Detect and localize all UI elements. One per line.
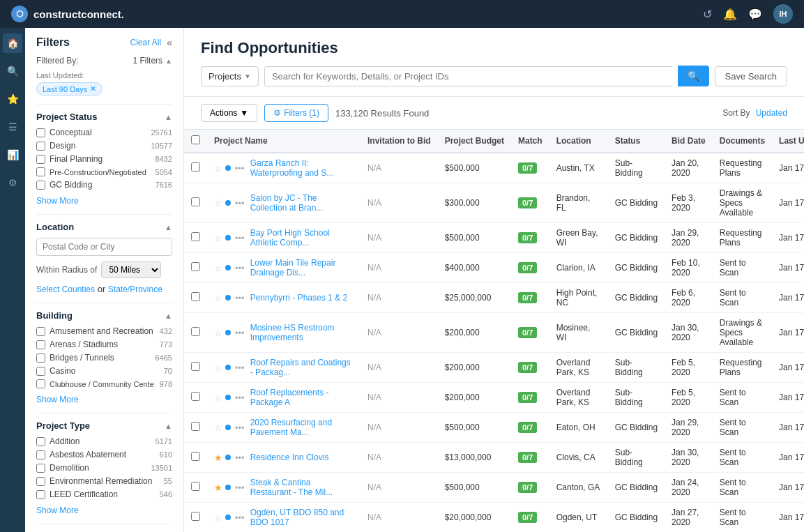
- avatar[interactable]: IH: [773, 4, 793, 24]
- more-icon[interactable]: •••: [235, 423, 245, 433]
- checkbox-design[interactable]: [36, 142, 45, 151]
- project-name-link[interactable]: Bay Port High School Athletic Comp...: [250, 228, 354, 248]
- star-icon[interactable]: ☆: [214, 512, 222, 523]
- checkbox-arenas[interactable]: [36, 340, 45, 349]
- checkbox-clubhouse[interactable]: [36, 379, 45, 388]
- star-icon[interactable]: ☆: [214, 263, 222, 273]
- remove-last-updated-filter[interactable]: ✕: [90, 84, 96, 93]
- more-icon[interactable]: •••: [235, 293, 245, 303]
- filters-button[interactable]: ⚙ Filters (1): [264, 104, 328, 122]
- row-checkbox[interactable]: [191, 197, 200, 206]
- nav-icon-list[interactable]: ☰: [3, 117, 22, 137]
- checkbox-gc-bidding[interactable]: [36, 181, 45, 190]
- more-icon[interactable]: •••: [235, 163, 245, 174]
- row-checkbox[interactable]: [191, 482, 200, 491]
- project-name-link[interactable]: Salon by JC - The Collection at Bran...: [250, 193, 354, 213]
- project-name-link[interactable]: Residence Inn Clovis: [250, 453, 329, 462]
- project-name-link[interactable]: Roof Repairs and Coatings - Packag...: [250, 358, 354, 377]
- row-checkbox[interactable]: [191, 327, 200, 336]
- project-name-link[interactable]: Ogden, UT BDO 850 and BDO 1017: [250, 508, 354, 527]
- notifications-icon[interactable]: 🔔: [723, 8, 737, 21]
- location-header[interactable]: Location ▲: [36, 222, 172, 232]
- th-biddate[interactable]: Bid Date: [665, 130, 713, 153]
- star-icon[interactable]: ☆: [214, 198, 222, 208]
- project-type-header[interactable]: Project Type ▲: [36, 420, 172, 431]
- row-checkbox[interactable]: [191, 512, 200, 521]
- row-checkbox[interactable]: [191, 162, 200, 172]
- state-province-link[interactable]: State/Province: [108, 284, 162, 294]
- actions-button[interactable]: Actions ▼: [201, 104, 257, 122]
- collapse-icon[interactable]: «: [167, 37, 172, 48]
- star-icon[interactable]: ☆: [214, 393, 222, 403]
- row-checkbox[interactable]: [191, 392, 200, 401]
- project-name-link[interactable]: Pennybyrn - Phases 1 & 2: [250, 293, 347, 303]
- checkbox-demolition[interactable]: [36, 464, 45, 473]
- checkbox-environmental[interactable]: [36, 477, 45, 486]
- star-icon[interactable]: ☆: [214, 328, 222, 338]
- project-name-link[interactable]: 2020 Resurfacing and Pavement Ma...: [250, 418, 354, 437]
- nav-icon-home[interactable]: 🏠: [3, 33, 22, 53]
- search-input[interactable]: [272, 71, 665, 82]
- more-icon[interactable]: •••: [235, 233, 245, 243]
- th-budget[interactable]: Project Budget: [438, 130, 511, 153]
- checkbox-addition[interactable]: [36, 437, 45, 446]
- row-checkbox[interactable]: [191, 292, 200, 301]
- search-button[interactable]: 🔍: [678, 66, 709, 86]
- th-documents[interactable]: Documents: [713, 130, 772, 153]
- row-checkbox[interactable]: [191, 422, 200, 431]
- more-icon[interactable]: •••: [235, 453, 245, 463]
- nav-icon-star[interactable]: ⭐: [3, 89, 22, 109]
- nav-icon-chart[interactable]: 📊: [3, 145, 22, 165]
- star-icon[interactable]: ★: [214, 453, 222, 463]
- project-name-link[interactable]: Mosinee HS Restroom Improvements: [250, 323, 354, 342]
- checkbox-conceptual[interactable]: [36, 128, 45, 137]
- nav-icon-search[interactable]: 🔍: [3, 61, 22, 81]
- row-checkbox[interactable]: [191, 452, 200, 461]
- building-use-show-more[interactable]: Show More: [36, 395, 79, 404]
- checkbox-asbestos[interactable]: [36, 450, 45, 459]
- clear-all-button[interactable]: Clear All: [130, 38, 162, 47]
- checkbox-leed[interactable]: [36, 490, 45, 499]
- row-checkbox[interactable]: [191, 232, 200, 241]
- more-icon[interactable]: •••: [235, 363, 245, 373]
- project-status-header[interactable]: Project Status ▲: [36, 112, 172, 122]
- th-updated[interactable]: Last Updated ↓: [772, 130, 804, 153]
- th-status[interactable]: Status: [608, 130, 665, 153]
- th-itb[interactable]: Invitation to Bid: [361, 130, 438, 153]
- th-location[interactable]: Location: [549, 130, 608, 153]
- checkbox-amusement[interactable]: [36, 327, 45, 336]
- checkbox-bridges[interactable]: [36, 354, 45, 363]
- star-icon[interactable]: ★: [214, 482, 222, 493]
- history-icon[interactable]: ↺: [703, 8, 712, 21]
- nav-icon-settings[interactable]: ⚙: [3, 173, 22, 192]
- more-icon[interactable]: •••: [235, 393, 245, 403]
- row-checkbox[interactable]: [191, 362, 200, 371]
- messages-icon[interactable]: 💬: [748, 8, 762, 21]
- th-match[interactable]: Match: [511, 130, 549, 153]
- select-all-checkbox[interactable]: [191, 135, 200, 144]
- star-icon[interactable]: ☆: [214, 163, 222, 174]
- building-use-header[interactable]: Building ▲: [36, 310, 172, 321]
- save-search-button[interactable]: Save Search: [715, 66, 787, 86]
- checkbox-casino[interactable]: [36, 367, 45, 376]
- more-icon[interactable]: •••: [235, 482, 245, 493]
- project-type-show-more[interactable]: Show More: [36, 506, 79, 515]
- checkbox-pre-construction[interactable]: [36, 167, 45, 176]
- updated-label[interactable]: Updated: [756, 108, 787, 118]
- more-icon[interactable]: •••: [235, 263, 245, 273]
- search-type-select[interactable]: Projects ▼: [201, 66, 259, 86]
- th-project-name[interactable]: Project Name: [207, 130, 361, 153]
- project-name-link[interactable]: Lower Main Tile Repair Drainage Dis...: [250, 258, 354, 278]
- radius-select[interactable]: 50 Miles 25 Miles 100 Miles: [101, 261, 161, 278]
- star-icon[interactable]: ☆: [214, 423, 222, 433]
- row-checkbox[interactable]: [191, 262, 200, 271]
- project-name-link[interactable]: Steak & Cantina Restaurant - The Mil...: [250, 478, 354, 497]
- project-name-link[interactable]: Garza Ranch II: Waterproofing and S...: [250, 158, 354, 178]
- star-icon[interactable]: ☆: [214, 293, 222, 303]
- select-counties-link[interactable]: Select Counties: [36, 284, 95, 294]
- star-icon[interactable]: ☆: [214, 233, 222, 243]
- project-name-link[interactable]: Roof Replacements - Package A: [250, 388, 354, 407]
- more-icon[interactable]: •••: [235, 512, 245, 523]
- more-icon[interactable]: •••: [235, 198, 245, 208]
- project-status-show-more[interactable]: Show More: [36, 196, 79, 206]
